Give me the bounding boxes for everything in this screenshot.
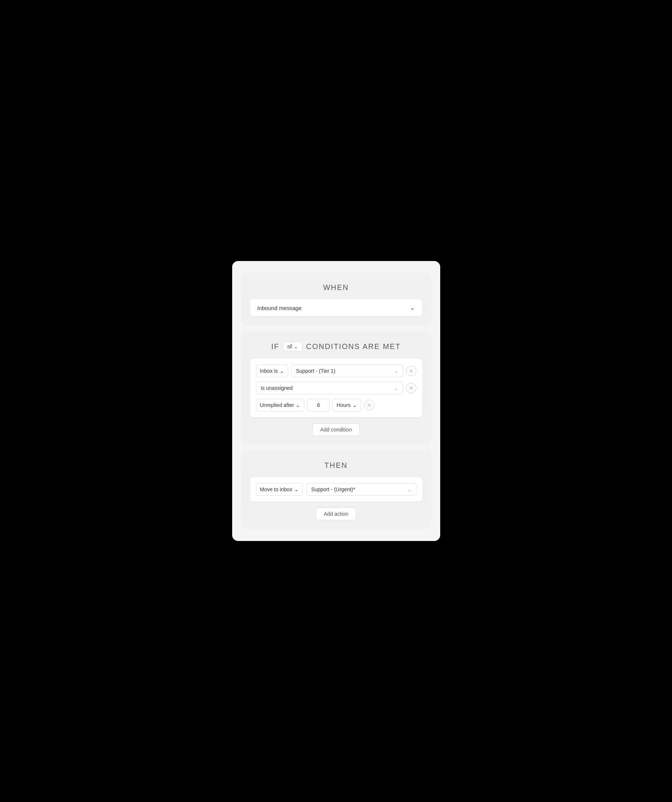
trigger-select-row[interactable]: Inbound message ⌄ xyxy=(251,299,421,316)
conditions-box: Inbox is ⌄ Support - (Tier 1) ⌄ ✕ Is una… xyxy=(250,359,423,417)
action-type-chevron: ⌄ xyxy=(294,487,299,492)
all-chevron-icon: ⌄ xyxy=(294,343,298,349)
condition-1-value-chevron: ⌄ xyxy=(394,368,398,374)
condition-2-chevron: ⌄ xyxy=(394,385,398,391)
condition-3-number[interactable]: 6 xyxy=(307,399,329,411)
condition-1-value-label: Support - (Tier 1) xyxy=(296,368,335,374)
if-header: IF all ⌄ CONDITIONS ARE MET xyxy=(250,341,423,351)
when-title: WHEN xyxy=(250,283,423,292)
trigger-label: Inbound message xyxy=(257,305,302,311)
trigger-select-wrapper: Inbound message ⌄ xyxy=(250,299,423,316)
condition-2-value[interactable]: Is unassigned ⌄ xyxy=(256,382,403,394)
condition-3-unit-label: Hours xyxy=(337,402,350,408)
condition-1-type[interactable]: Inbox is ⌄ xyxy=(256,365,288,377)
all-dropdown[interactable]: all ⌄ xyxy=(283,341,303,351)
action-value-label: Support - (Urgent)* xyxy=(311,487,355,492)
condition-1-type-chevron: ⌄ xyxy=(280,368,284,374)
if-section: IF all ⌄ CONDITIONS ARE MET Inbox is ⌄ S… xyxy=(241,331,431,445)
main-card: WHEN Inbound message ⌄ IF all ⌄ CONDITIO… xyxy=(232,261,440,541)
condition-3-unit-chevron: ⌄ xyxy=(353,402,357,408)
action-value-chevron: ⌄ xyxy=(408,487,411,492)
condition-2-remove-button[interactable]: ✕ xyxy=(406,383,416,393)
trigger-select[interactable]: Inbound message ⌄ xyxy=(257,304,415,311)
condition-row-2: Is unassigned ⌄ ✕ xyxy=(256,382,416,394)
condition-3-unit[interactable]: Hours ⌄ xyxy=(332,399,361,411)
condition-3-type-chevron: ⌄ xyxy=(296,402,300,408)
if-label: IF xyxy=(271,342,279,351)
all-label: all xyxy=(287,343,292,349)
conditions-label: CONDITIONS ARE MET xyxy=(306,342,401,351)
when-section: WHEN Inbound message ⌄ xyxy=(241,273,431,325)
condition-3-type[interactable]: Unreplied after ⌄ xyxy=(256,399,304,411)
then-box: Move to inbox ⌄ Support - (Urgent)* ⌄ xyxy=(250,477,423,501)
trigger-chevron-icon: ⌄ xyxy=(410,304,415,311)
condition-1-value[interactable]: Support - (Tier 1) ⌄ xyxy=(291,365,403,377)
then-title: THEN xyxy=(250,461,423,470)
condition-2-label: Is unassigned xyxy=(261,385,293,391)
then-section: THEN Move to inbox ⌄ Support - (Urgent)*… xyxy=(241,451,431,529)
condition-row-3: Unreplied after ⌄ 6 Hours ⌄ ✕ xyxy=(256,399,416,411)
condition-row-1: Inbox is ⌄ Support - (Tier 1) ⌄ ✕ xyxy=(256,365,416,377)
condition-3-type-label: Unreplied after xyxy=(260,402,294,408)
add-condition-button[interactable]: Add condition xyxy=(313,423,359,436)
action-value[interactable]: Support - (Urgent)* ⌄ xyxy=(306,483,416,496)
condition-3-remove-button[interactable]: ✕ xyxy=(364,400,374,410)
action-type-label: Move to inbox xyxy=(260,487,292,492)
condition-1-remove-button[interactable]: ✕ xyxy=(406,366,416,376)
condition-1-type-label: Inbox is xyxy=(260,368,278,374)
add-action-button[interactable]: Add action xyxy=(316,508,356,520)
action-type[interactable]: Move to inbox ⌄ xyxy=(256,483,303,496)
